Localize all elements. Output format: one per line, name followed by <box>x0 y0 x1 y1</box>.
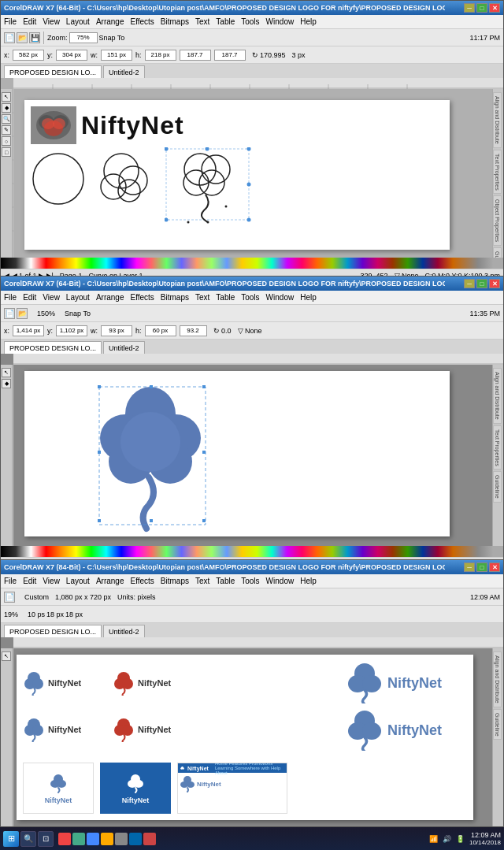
new-btn-2[interactable]: 📄 <box>4 308 15 319</box>
color-palette-2[interactable] <box>1 546 503 557</box>
task-view-btn[interactable]: ⊡ <box>38 831 54 847</box>
menu-window-2[interactable]: Window <box>266 293 295 302</box>
menu-help-3[interactable]: Help <box>300 577 317 585</box>
menu-file-3[interactable]: File <box>4 577 17 585</box>
y-coord-2[interactable] <box>56 325 87 336</box>
start-button[interactable]: ⊞ <box>3 831 19 847</box>
menu-arrange-1[interactable]: Arrange <box>96 17 124 26</box>
tab-untitled-1[interactable]: Untitled-2 <box>103 65 145 78</box>
y-coord[interactable] <box>56 50 87 61</box>
app-icon-2[interactable] <box>72 833 85 845</box>
select-tool[interactable]: ↖ <box>2 92 11 102</box>
menu-edit-3[interactable]: Edit <box>23 577 36 585</box>
freehand-tool[interactable]: ✎ <box>2 125 11 135</box>
menu-layout-3[interactable]: Layout <box>66 577 90 585</box>
menu-bitmaps-1[interactable]: Bitmaps <box>161 17 189 26</box>
maximize-btn-1[interactable]: □ <box>476 3 487 13</box>
rect-tool[interactable]: □ <box>2 147 11 157</box>
angle2-input[interactable]: 187.7 <box>214 50 246 61</box>
menu-tools-2[interactable]: Tools <box>241 293 259 302</box>
panel-tab-guide[interactable]: Guideline <box>493 247 502 258</box>
panel-tab-guide-3[interactable]: Guideline <box>493 709 502 741</box>
menu-arrange-2[interactable]: Arrange <box>96 293 124 302</box>
app-icon-4[interactable] <box>101 833 113 845</box>
menu-effects-2[interactable]: Effects <box>130 293 154 302</box>
close-btn-2[interactable]: ✕ <box>489 279 500 288</box>
menu-view-1[interactable]: View <box>43 17 60 26</box>
panel-tab-obj[interactable]: Object Properties <box>493 195 502 246</box>
maximize-btn-3[interactable]: □ <box>476 562 487 572</box>
menu-table-1[interactable]: Table <box>216 17 235 26</box>
panel-tab-text[interactable]: Text Properties <box>493 150 502 195</box>
ellipse-tool[interactable]: ○ <box>2 136 11 146</box>
menu-view-2[interactable]: View <box>43 293 60 302</box>
save-btn[interactable]: 💾 <box>29 32 40 43</box>
h-input-2[interactable] <box>145 325 176 336</box>
minimize-btn-2[interactable]: ─ <box>464 279 475 288</box>
menu-layout-2[interactable]: Layout <box>66 293 90 302</box>
open-btn-2[interactable]: 📂 <box>17 308 28 319</box>
minimize-btn-3[interactable]: ─ <box>464 562 475 572</box>
panel-tab-text-2[interactable]: Text Properties <box>493 425 502 470</box>
angle-2[interactable] <box>180 325 207 336</box>
menu-window-3[interactable]: Window <box>266 577 295 585</box>
tab-proposed-2[interactable]: PROPOSED DESIGN LO... <box>4 341 102 354</box>
panel-tab-guide-2[interactable]: Guideline <box>493 471 502 503</box>
tab-proposed-1[interactable]: PROPOSED DESIGN LO... <box>4 65 102 78</box>
h-input[interactable] <box>145 50 176 61</box>
tab-proposed-3[interactable]: PROPOSED DESIGN LO... <box>4 625 102 637</box>
x-coord[interactable] <box>13 50 44 61</box>
w-input[interactable] <box>101 50 132 61</box>
select-tool-2[interactable]: ↖ <box>2 368 11 377</box>
select-tool-3[interactable]: ↖ <box>2 651 11 661</box>
menu-bitmaps-2[interactable]: Bitmaps <box>161 293 189 302</box>
app-icon-6[interactable] <box>143 833 156 845</box>
zoom-tool[interactable]: 🔍 <box>2 114 11 124</box>
maximize-btn-2[interactable]: □ <box>476 279 487 288</box>
menu-bitmaps-3[interactable]: Bitmaps <box>161 577 189 585</box>
x-coord-2[interactable] <box>13 325 44 336</box>
app-icon-coreldraw[interactable] <box>129 833 142 845</box>
close-btn-1[interactable]: ✕ <box>489 3 500 13</box>
new-btn[interactable]: 📄 <box>4 32 15 43</box>
menu-file-2[interactable]: File <box>4 293 17 302</box>
minimize-btn-1[interactable]: ─ <box>464 3 475 13</box>
panel-tab-align-2[interactable]: Align and Distribute <box>493 368 502 424</box>
menu-text-1[interactable]: Text <box>195 17 209 26</box>
tab-untitled-3[interactable]: Untitled-2 <box>103 625 145 637</box>
app-icon-1[interactable] <box>58 833 71 845</box>
menu-edit-2[interactable]: Edit <box>23 293 36 302</box>
panel-tab-align[interactable]: Align and Distribute <box>493 92 502 148</box>
menu-text-3[interactable]: Text <box>195 577 209 585</box>
menu-text-2[interactable]: Text <box>195 293 209 302</box>
menu-tools-3[interactable]: Tools <box>241 577 259 585</box>
app-icon-5[interactable] <box>115 833 128 845</box>
zoom-input[interactable] <box>69 32 98 43</box>
menu-effects-3[interactable]: Effects <box>130 577 154 585</box>
w-input-2[interactable] <box>101 325 132 336</box>
menu-help-1[interactable]: Help <box>300 17 317 26</box>
menu-file-1[interactable]: File <box>4 17 17 26</box>
menu-help-2[interactable]: Help <box>300 293 317 302</box>
panel-tab-align-3[interactable]: Align and Distribute <box>493 651 502 707</box>
app-icon-3[interactable] <box>87 833 99 845</box>
search-taskbar-btn[interactable]: 🔍 <box>20 831 36 847</box>
drawing-canvas-3[interactable]: NiftyNet NiftyNet <box>17 655 473 820</box>
close-btn-3[interactable]: ✕ <box>489 562 500 572</box>
angle-input[interactable]: 187.7 <box>180 50 211 61</box>
drawing-canvas-2[interactable] <box>24 371 450 536</box>
menu-tools-1[interactable]: Tools <box>241 17 259 26</box>
menu-view-3[interactable]: View <box>43 577 60 585</box>
menu-edit-1[interactable]: Edit <box>23 17 36 26</box>
node-tool-2[interactable]: ◆ <box>2 379 11 388</box>
open-btn[interactable]: 📂 <box>17 32 28 43</box>
menu-layout-1[interactable]: Layout <box>66 17 90 26</box>
menu-window-1[interactable]: Window <box>266 17 295 26</box>
menu-table-2[interactable]: Table <box>216 293 235 302</box>
drawing-canvas-1[interactable]: NiftyNet <box>24 100 450 250</box>
color-palette-1[interactable] <box>1 258 503 269</box>
menu-arrange-3[interactable]: Arrange <box>96 577 124 585</box>
new-btn-3[interactable]: 📄 <box>4 592 15 603</box>
tab-untitled-2[interactable]: Untitled-2 <box>103 341 145 354</box>
node-tool[interactable]: ◆ <box>2 103 11 113</box>
